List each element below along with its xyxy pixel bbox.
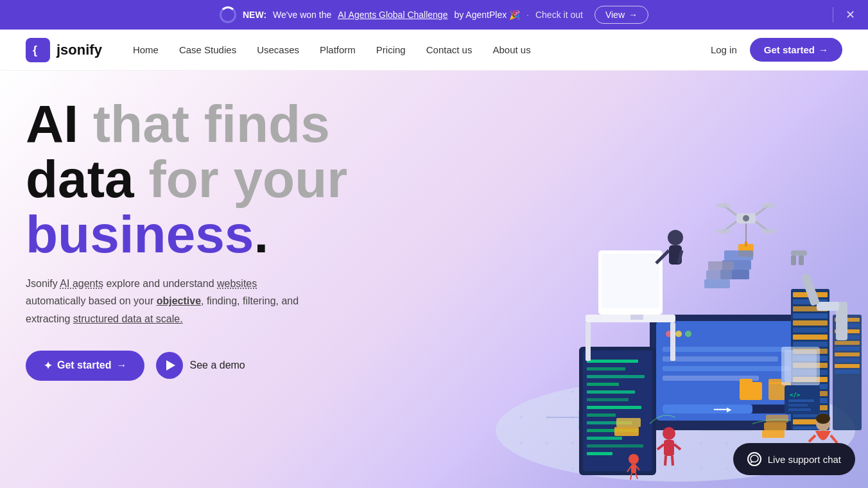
svg-rect-76	[835, 341, 860, 345]
svg-rect-104	[762, 430, 785, 438]
svg-rect-77	[835, 347, 860, 351]
svg-text:</>: </>	[790, 392, 801, 398]
nav-item-case-studies[interactable]: Case Studies	[179, 44, 236, 55]
svg-rect-115	[630, 315, 643, 320]
announcement-dot: ·	[526, 10, 529, 20]
announcement-check-text: Check it out	[535, 10, 583, 20]
svg-rect-121	[664, 440, 674, 456]
svg-point-14	[675, 331, 682, 337]
divider	[833, 7, 833, 22]
svg-rect-34	[587, 383, 619, 386]
svg-line-124	[665, 456, 666, 466]
svg-rect-23	[768, 379, 781, 384]
svg-rect-136	[788, 399, 814, 402]
hero-section: AI that finds data for your business. Js…	[0, 71, 868, 488]
svg-text:{: {	[33, 44, 37, 57]
hero-desc-agents: AI agents	[60, 278, 103, 289]
hero-title: AI that finds data for your business.	[26, 96, 347, 262]
svg-rect-25	[663, 405, 752, 414]
nav-get-started-button[interactable]: Get started →	[750, 38, 842, 62]
live-support-label: Live support chat	[768, 454, 841, 465]
svg-text:━━━━▶: ━━━━▶	[713, 406, 732, 413]
svg-rect-108	[706, 270, 732, 279]
svg-rect-132	[614, 427, 639, 436]
nav-item-contact[interactable]: Contact us	[426, 44, 473, 55]
svg-rect-138	[788, 408, 811, 411]
svg-rect-17	[663, 356, 778, 362]
svg-rect-133	[616, 418, 641, 427]
hero-title-for-your: for your	[134, 150, 348, 208]
live-support-chat[interactable]: Live support chat	[733, 443, 855, 475]
hero-title-ai: AI	[26, 94, 78, 153]
svg-rect-99	[745, 241, 747, 247]
svg-rect-83	[817, 302, 839, 311]
hero-demo-button[interactable]: See a demo	[156, 352, 245, 379]
play-icon	[156, 352, 183, 379]
nav-item-usecases[interactable]: Usecases	[257, 44, 299, 55]
announcement-view-button[interactable]: View →	[595, 6, 648, 24]
hero-title-data: data	[26, 150, 134, 208]
svg-rect-80	[835, 364, 860, 368]
svg-point-44	[629, 454, 639, 464]
hero-illustration: ━━━━▶ close	[354, 71, 868, 488]
svg-rect-38	[587, 414, 616, 417]
hero-title-period: .	[254, 205, 268, 263]
hero-buttons: ✦ Get started → See a demo	[26, 351, 347, 381]
svg-point-96	[761, 229, 776, 234]
nav-item-about[interactable]: About us	[492, 44, 530, 55]
hero-title-business: business	[26, 205, 254, 263]
hero-desc-structured: structured data at scale.	[73, 313, 183, 324]
logo[interactable]: { jsonify	[26, 38, 102, 62]
hero-get-started-button[interactable]: ✦ Get started →	[26, 351, 144, 381]
nav-item-home[interactable]: Home	[133, 44, 159, 55]
svg-rect-114	[602, 254, 659, 308]
navbar: { jsonify Home Case Studies Usecases Pla…	[0, 30, 868, 71]
svg-rect-33	[587, 375, 645, 378]
login-button[interactable]: Log in	[711, 44, 737, 55]
svg-rect-86	[791, 256, 796, 265]
announcement-new-label: NEW:	[243, 10, 266, 20]
svg-rect-111	[586, 322, 591, 361]
nav-item-platform[interactable]: Platform	[320, 44, 356, 55]
svg-rect-35	[587, 390, 635, 394]
svg-rect-45	[631, 464, 636, 473]
svg-rect-107	[704, 279, 730, 288]
svg-rect-78	[835, 353, 860, 356]
svg-rect-87	[799, 256, 804, 265]
hero-desc-objective: objective	[157, 295, 201, 306]
svg-point-100	[743, 215, 749, 222]
hero-desc-websites: websites	[217, 278, 257, 289]
svg-rect-137	[788, 404, 808, 406]
svg-line-125	[672, 456, 673, 466]
sparkle-icon: ✦	[44, 360, 52, 372]
loading-ring-icon	[220, 6, 236, 23]
svg-rect-37	[587, 406, 641, 409]
svg-rect-79	[835, 358, 860, 362]
svg-rect-21	[740, 379, 752, 384]
svg-point-15	[685, 331, 691, 337]
logo-icon: {	[26, 38, 50, 62]
svg-rect-105	[764, 423, 786, 430]
svg-rect-32	[587, 367, 625, 370]
announcement-by-text: by AgentPlex 🎉	[454, 10, 520, 20]
svg-rect-103	[724, 250, 753, 260]
svg-rect-41	[587, 437, 622, 440]
svg-rect-31	[587, 360, 638, 363]
svg-rect-140	[785, 350, 817, 382]
nav-item-pricing[interactable]: Pricing	[376, 44, 406, 55]
announcement-close-button[interactable]: ✕	[846, 8, 855, 22]
announcement-link[interactable]: AI Agents Global Challenge	[338, 10, 447, 20]
svg-point-95	[716, 229, 731, 234]
svg-rect-20	[740, 382, 762, 400]
nav-actions: Log in Get started →	[711, 38, 842, 62]
hero-description: Jsonify AI agents explore and understand…	[26, 275, 347, 327]
svg-rect-36	[587, 398, 629, 401]
svg-rect-81	[835, 370, 860, 374]
hero-title-that-finds: that finds	[78, 94, 330, 153]
hero-content: AI that finds data for your business. Js…	[26, 96, 347, 381]
svg-rect-112	[670, 322, 675, 361]
svg-point-116	[668, 230, 683, 245]
svg-rect-57	[793, 335, 828, 340]
svg-rect-85	[791, 250, 807, 256]
chat-icon	[747, 452, 761, 466]
